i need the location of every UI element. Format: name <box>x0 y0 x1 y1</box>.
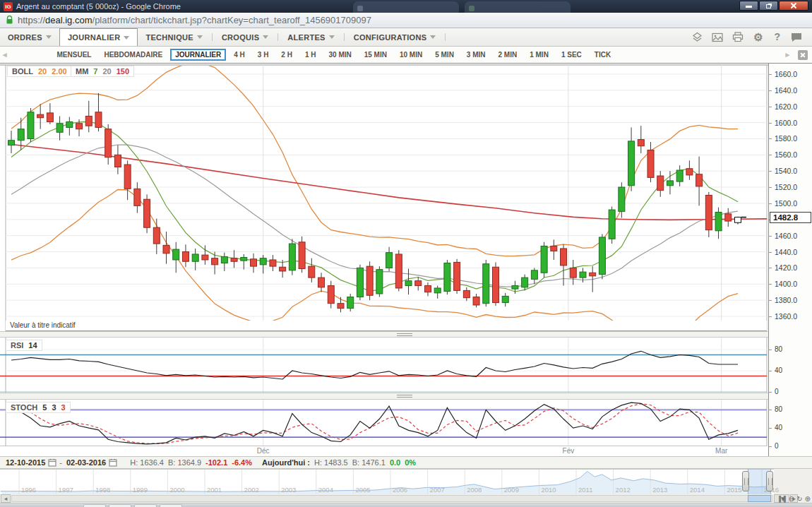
chart-scrollbar: ◂ ▐▐ ▸ ▼ ⊖ ↻ ⊕ <box>0 494 812 503</box>
timeframe-mensuel[interactable]: MENSUEL <box>52 49 97 61</box>
timeframe-10-min[interactable]: 10 MIN <box>395 49 427 61</box>
candle <box>105 124 112 165</box>
date-from[interactable]: 12-10-2015 <box>6 458 45 467</box>
nav-year-label: 2003 <box>281 486 296 494</box>
nav-year-label: 2008 <box>467 486 482 494</box>
zoom-out-icon[interactable]: ⊖ <box>789 495 794 503</box>
background-tab[interactable] <box>353 1 459 13</box>
window-controls <box>739 1 808 11</box>
nav-year-label: 2002 <box>244 486 259 494</box>
menu-alertes[interactable]: ALERTES <box>280 28 342 46</box>
jump-to-end-icon[interactable]: ▼ <box>780 495 787 503</box>
chart-status-bar: 12-10-2015 - 02-03-2016 H: 1636.4 B: 136… <box>0 456 812 469</box>
history-navigator[interactable]: 1996199719981999200020012002200320042005… <box>0 469 812 494</box>
price-label: 1660.0 <box>775 70 797 78</box>
candle <box>338 297 344 313</box>
nav-year-label: 1997 <box>59 486 73 494</box>
nav-year-label: 2006 <box>393 486 407 494</box>
scrollbar-thumb[interactable] <box>748 495 771 502</box>
candle <box>696 157 703 206</box>
print-icon[interactable] <box>732 32 744 42</box>
chevron-left-icon[interactable]: ◂ <box>0 50 10 59</box>
timeframe-hebdomadaire[interactable]: HEBDOMADAIRE <box>99 49 167 61</box>
scrollbar-track[interactable] <box>11 495 772 502</box>
candle <box>424 282 431 296</box>
candle <box>434 286 441 299</box>
menu-configurations[interactable]: CONFIGURATIONS <box>346 28 444 46</box>
timeframe-2-h[interactable]: 2 H <box>276 49 297 61</box>
menu-ordres[interactable]: ORDRES <box>0 28 59 46</box>
selection-left-handle[interactable] <box>742 471 749 491</box>
close-panel-icon[interactable] <box>798 50 808 60</box>
candle <box>395 250 402 291</box>
zoom-in-icon[interactable]: ⊕ <box>805 495 811 503</box>
timeframe-1-sec[interactable]: 1 SEC <box>556 49 587 61</box>
timeframe-3-h[interactable]: 3 H <box>253 49 274 61</box>
timeframe-3-min[interactable]: 3 MIN <box>462 49 491 61</box>
timeframe-4-h[interactable]: 4 H <box>229 49 250 61</box>
candle <box>386 247 393 271</box>
calendar-icon[interactable] <box>109 458 117 467</box>
candle <box>270 255 276 271</box>
minimize-button[interactable] <box>739 1 758 11</box>
address-bar[interactable]: https://deal.ig.com/platform/chart/tickc… <box>0 13 812 28</box>
layers-icon[interactable] <box>692 32 703 42</box>
candle <box>85 101 92 133</box>
stoch-name: STOCH <box>11 403 37 412</box>
svg-text:?: ? <box>775 32 781 42</box>
ssl-lock-icon[interactable] <box>6 16 13 25</box>
background-tab[interactable] <box>465 1 571 13</box>
navigator-empty-zone <box>774 469 812 494</box>
timeframe-2-min[interactable]: 2 MIN <box>494 49 523 61</box>
candle <box>676 165 683 186</box>
candle <box>289 239 295 275</box>
nav-year-label: 2014 <box>690 486 705 494</box>
boll-indicator-label[interactable]: BOLL 20 2.00 <box>7 66 72 77</box>
timeframe-1-h[interactable]: 1 H <box>300 49 321 61</box>
menu-journalier[interactable]: JOURNALIER <box>59 28 138 46</box>
scroll-left-button[interactable]: ◂ <box>1 494 11 503</box>
close-button[interactable] <box>779 1 808 11</box>
rsi-scale-label: 80 <box>775 345 782 353</box>
chevron-right-icon[interactable]: ▸ <box>782 50 792 59</box>
candle <box>95 93 102 131</box>
timeframe-journalier[interactable]: JOURNALIER <box>170 49 226 61</box>
mm-indicator-label[interactable]: MM 7 20 150 <box>71 66 134 77</box>
candle <box>725 208 732 227</box>
timeframe-tick[interactable]: TICK <box>590 49 616 61</box>
candle <box>415 277 422 290</box>
timeframe-15-min[interactable]: 15 MIN <box>359 49 392 61</box>
image-icon[interactable] <box>712 32 723 42</box>
selection-right-handle[interactable] <box>766 471 773 491</box>
panel-divider[interactable] <box>0 331 768 338</box>
menu-item-label: TECHNIQUE <box>145 33 193 42</box>
panel-divider[interactable] <box>0 393 768 400</box>
candle <box>493 262 499 306</box>
price-label: 1500.0 <box>775 199 797 208</box>
stoch-indicator-label[interactable]: STOCH 5 3 3 <box>6 402 71 413</box>
candle <box>483 260 489 306</box>
date-to[interactable]: 02-03-2016 <box>66 458 106 467</box>
price-axis[interactable]: 1482.8 1660.01640.01620.01600.01580.0156… <box>768 64 812 456</box>
timeframe-30-min[interactable]: 30 MIN <box>323 49 356 61</box>
svg-text:⚙: ⚙ <box>753 32 763 43</box>
rsi-indicator-label[interactable]: RSI 14 <box>6 340 42 351</box>
stoch-scale-label: 0 <box>775 442 779 450</box>
reset-zoom-icon[interactable]: ↻ <box>796 495 802 503</box>
calendar-icon[interactable] <box>48 458 56 467</box>
menu-croquis[interactable]: CROQUIS <box>214 28 276 46</box>
price-label: 1580.0 <box>775 134 797 143</box>
restore-button[interactable] <box>759 1 778 11</box>
candle <box>570 260 576 285</box>
menu-technique[interactable]: TECHNIQUE <box>138 28 210 46</box>
help-icon[interactable]: ? <box>773 32 782 42</box>
chat-icon[interactable] <box>791 32 802 42</box>
settings-icon[interactable]: ⚙ <box>753 32 764 43</box>
candle <box>212 252 218 275</box>
timeframe-5-min[interactable]: 5 MIN <box>430 49 459 61</box>
url-domain: deal.ig.com <box>45 15 92 25</box>
candle <box>657 171 664 197</box>
menu-separator <box>212 33 213 41</box>
timeframe-1-min[interactable]: 1 MIN <box>525 49 554 61</box>
price-label: 1440.0 <box>775 248 797 256</box>
